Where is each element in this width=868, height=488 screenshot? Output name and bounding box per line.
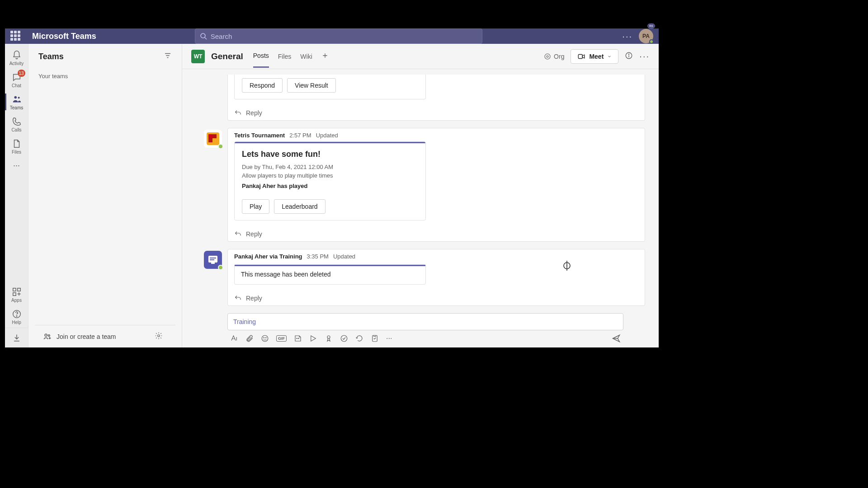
tab-posts[interactable]: Posts: [253, 52, 269, 68]
reply-icon: [234, 109, 241, 117]
bell-icon: [12, 50, 22, 60]
reply-label: Reply: [246, 230, 262, 238]
message-time: 3:35 PM: [307, 253, 329, 260]
presence-indicator: [649, 39, 654, 44]
svg-rect-4: [13, 288, 15, 291]
rail-teams-label: Teams: [10, 105, 23, 110]
meet-label: Meet: [589, 53, 604, 60]
search-box[interactable]: [195, 28, 482, 44]
attach-icon[interactable]: [245, 334, 254, 343]
app-name: Microsoft Teams: [32, 32, 96, 41]
svg-rect-25: [210, 259, 214, 260]
user-avatar[interactable]: PA R0: [639, 29, 653, 43]
rail-help[interactable]: Help: [5, 305, 28, 328]
svg-point-9: [45, 334, 47, 336]
avatar-initials: PA: [642, 33, 650, 39]
stream-icon[interactable]: [309, 334, 317, 343]
rail-chat-label: Chat: [12, 83, 21, 88]
phone-icon: [12, 117, 22, 127]
view-result-button[interactable]: View Result: [287, 78, 336, 93]
app-rail: Activity 13 Chat Teams Calls Files ···: [5, 44, 28, 347]
search-input[interactable]: [211, 33, 477, 40]
emoji-icon[interactable]: [261, 334, 269, 343]
reply-label: Reply: [246, 109, 262, 117]
card-due: Due by Thu, Feb 4, 2021 12:00 AM: [242, 164, 418, 170]
compose-input[interactable]: Training: [227, 313, 623, 330]
org-button[interactable]: Org: [544, 53, 564, 60]
svg-rect-24: [210, 258, 216, 258]
rail-activity[interactable]: Activity: [5, 47, 28, 69]
play-button[interactable]: Play: [242, 199, 269, 214]
join-create-team-button[interactable]: Join or create a team: [57, 333, 116, 340]
svg-point-28: [264, 338, 264, 338]
rail-more[interactable]: ···: [5, 157, 28, 173]
leaderboard-button[interactable]: Leaderboard: [274, 199, 325, 214]
rail-apps[interactable]: Apps: [5, 283, 28, 305]
rail-teams[interactable]: Teams: [5, 91, 28, 113]
meet-button[interactable]: Meet: [571, 49, 618, 64]
reply-icon: [234, 230, 241, 238]
rail-download[interactable]: [5, 328, 28, 347]
rail-apps-label: Apps: [11, 298, 22, 303]
deleted-message-text: This message has been deleted: [241, 271, 419, 278]
org-icon: [544, 53, 551, 60]
your-teams-label: Your teams: [28, 69, 182, 83]
compose-more-icon[interactable]: ···: [386, 334, 392, 343]
svg-point-3: [18, 97, 19, 99]
join-team-icon: [43, 332, 52, 341]
svg-rect-23: [208, 256, 217, 263]
svg-rect-20: [212, 134, 217, 138]
help-icon: [12, 309, 22, 319]
tab-wiki[interactable]: Wiki: [300, 53, 312, 67]
reply-button[interactable]: Reply: [228, 227, 645, 241]
reply-button[interactable]: Reply: [228, 291, 645, 305]
message-author: Pankaj Aher via Training: [234, 253, 302, 260]
message-status: Updated: [316, 132, 338, 139]
sidepanel-title: Teams: [38, 52, 64, 61]
rail-calls[interactable]: Calls: [5, 113, 28, 135]
reply-button[interactable]: Reply: [228, 106, 645, 120]
rail-activity-label: Activity: [9, 61, 24, 66]
sticker-icon[interactable]: [294, 334, 302, 343]
svg-point-2: [14, 96, 17, 99]
more-menu-button[interactable]: ···: [622, 31, 632, 42]
svg-point-13: [545, 54, 550, 59]
filter-icon[interactable]: [164, 52, 172, 61]
svg-rect-21: [208, 138, 212, 142]
channel-more-button[interactable]: ···: [639, 51, 650, 61]
settings-gear-icon[interactable]: [155, 332, 167, 341]
teams-icon: [12, 94, 22, 104]
task-icon[interactable]: [371, 334, 379, 343]
message-status: Updated: [333, 253, 355, 260]
svg-point-32: [327, 336, 330, 338]
svg-point-29: [266, 338, 267, 338]
approval-icon[interactable]: [340, 334, 348, 343]
card-played: Pankaj Aher has played: [242, 183, 418, 189]
respond-button[interactable]: Respond: [242, 78, 283, 93]
team-avatar: WT: [191, 50, 205, 63]
file-icon: [12, 139, 22, 149]
svg-rect-5: [17, 288, 20, 291]
rail-files[interactable]: Files: [5, 135, 28, 157]
svg-rect-19: [208, 134, 212, 138]
svg-point-10: [48, 334, 50, 336]
app-launcher-icon[interactable]: [10, 31, 21, 42]
gif-icon[interactable]: GIF: [276, 335, 287, 342]
info-icon[interactable]: [625, 52, 633, 61]
svg-rect-14: [579, 54, 583, 58]
message-time: 2:57 PM: [289, 132, 311, 139]
svg-point-8: [16, 316, 17, 316]
praise-icon[interactable]: [325, 334, 333, 343]
add-tab-button[interactable]: [321, 52, 329, 61]
svg-point-31: [298, 338, 299, 339]
svg-point-0: [201, 33, 205, 38]
loop-icon[interactable]: [355, 334, 363, 343]
rail-chat[interactable]: 13 Chat: [5, 69, 28, 91]
svg-point-11: [158, 335, 160, 337]
tab-files[interactable]: Files: [278, 53, 292, 67]
rail-calls-label: Calls: [11, 127, 21, 132]
send-button[interactable]: [612, 334, 621, 343]
card-rule: Allow players to play multiple times: [242, 172, 418, 179]
ellipsis-icon: ···: [13, 161, 20, 170]
format-icon[interactable]: [230, 334, 238, 343]
